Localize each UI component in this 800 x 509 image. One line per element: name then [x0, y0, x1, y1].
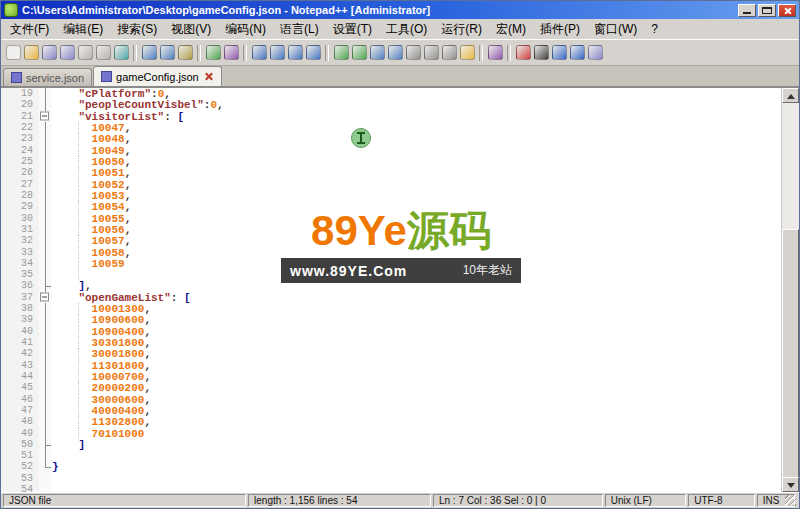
function-list-button[interactable] [422, 43, 440, 62]
code-line-21[interactable]: 21 "visitorList": [ [1, 111, 781, 122]
copy-icon [160, 45, 175, 60]
scroll-down-icon[interactable] [782, 477, 799, 492]
line-number: 35 [1, 269, 39, 280]
menu-search[interactable]: 搜索(S) [110, 19, 164, 40]
menu-window[interactable]: 窗口(W) [587, 19, 644, 40]
record-macro-button[interactable] [514, 43, 532, 62]
menu-view[interactable]: 视图(V) [164, 19, 218, 40]
code-line-25[interactable]: 25 10050, [1, 156, 781, 167]
code-line-39[interactable]: 39 10900600, [1, 314, 781, 325]
code-line-24[interactable]: 24 10049, [1, 145, 781, 156]
fold-collapse-icon[interactable] [39, 292, 52, 303]
code-line-22[interactable]: 22 10047, [1, 122, 781, 133]
menu-file[interactable]: 文件(F) [3, 19, 56, 40]
code-line-50[interactable]: 50 ] [1, 439, 781, 450]
fold-margin [39, 461, 52, 472]
code-line-48[interactable]: 48 11302800, [1, 416, 781, 427]
folder-as-workspace-button[interactable] [458, 43, 476, 62]
show-all-characters-button[interactable] [386, 43, 404, 62]
line-number: 25 [1, 156, 39, 167]
code-text: 10001300, [52, 303, 781, 314]
code-line-54[interactable]: 54 [1, 484, 781, 493]
find-button[interactable] [250, 43, 268, 62]
menu-tools[interactable]: 工具(O) [379, 19, 434, 40]
save-file-button[interactable] [40, 43, 58, 62]
word-wrap-button[interactable] [368, 43, 386, 62]
code-line-43[interactable]: 43 11301800, [1, 360, 781, 371]
vertical-scrollbar[interactable] [781, 88, 799, 492]
code-line-37[interactable]: 37 "openGameList": [ [1, 292, 781, 303]
toolbar-separator [507, 45, 511, 61]
menu-plugins[interactable]: 插件(P) [533, 19, 587, 40]
code-line-45[interactable]: 45 20000200, [1, 382, 781, 393]
code-line-41[interactable]: 41 30301800, [1, 337, 781, 348]
close-file-button[interactable] [76, 43, 94, 62]
code-text: 10050, [52, 156, 781, 167]
line-number: 21 [1, 111, 39, 122]
show-indent-guide-button[interactable] [404, 43, 422, 62]
code-line-20[interactable]: 20 "peopleCountVisbel":0, [1, 99, 781, 110]
menu-language[interactable]: 语言(L) [273, 19, 326, 40]
code-line-44[interactable]: 44 10000700, [1, 371, 781, 382]
paste-button[interactable] [176, 43, 194, 62]
indent-guide [78, 360, 79, 371]
close-tab-icon[interactable] [203, 71, 214, 82]
new-file-button[interactable] [4, 43, 22, 62]
undo-button[interactable] [204, 43, 222, 62]
fold-collapse-icon[interactable] [39, 111, 52, 122]
code-line-40[interactable]: 40 10900400, [1, 326, 781, 337]
code-line-42[interactable]: 42 30001800, [1, 348, 781, 359]
menu-run[interactable]: 运行(R) [434, 19, 489, 40]
stop-recording-button[interactable] [532, 43, 550, 62]
open-file-button[interactable] [22, 43, 40, 62]
sync-horizontal-scroll-icon [352, 45, 367, 60]
code-line-26[interactable]: 26 10051, [1, 167, 781, 178]
code-line-23[interactable]: 23 10048, [1, 133, 781, 144]
copy-button[interactable] [158, 43, 176, 62]
toolbar [1, 40, 799, 66]
code-line-49[interactable]: 49 70101000 [1, 428, 781, 439]
line-number: 22 [1, 122, 39, 133]
document-map-button[interactable] [440, 43, 458, 62]
sync-vertical-scroll-button[interactable] [332, 43, 350, 62]
code-line-52[interactable]: 52} [1, 461, 781, 472]
close-button[interactable] [778, 4, 796, 17]
tab-service-json[interactable]: service.json [3, 68, 92, 86]
redo-button[interactable] [222, 43, 240, 62]
menu-settings[interactable]: 设置(T) [326, 19, 379, 40]
playback-macro-button[interactable] [550, 43, 568, 62]
scrollbar-thumb[interactable] [782, 229, 799, 480]
code-line-28[interactable]: 28 10053, [1, 190, 781, 201]
scroll-up-icon[interactable] [782, 88, 799, 103]
fold-margin [39, 88, 52, 99]
code-text: 30001800, [52, 348, 781, 359]
code-line-53[interactable]: 53 [1, 473, 781, 484]
sync-horizontal-scroll-button[interactable] [350, 43, 368, 62]
zoom-in-button[interactable] [286, 43, 304, 62]
zoom-out-button[interactable] [304, 43, 322, 62]
menu-macro[interactable]: 宏(M) [489, 19, 533, 40]
tab-gameconfig-json[interactable]: gameConfig.json [93, 66, 222, 86]
maximize-button[interactable] [758, 4, 776, 17]
indent-guide [78, 133, 79, 144]
replace-button[interactable] [268, 43, 286, 62]
close-all-button[interactable] [94, 43, 112, 62]
minimize-button[interactable] [738, 4, 756, 17]
save-recorded-macro-button[interactable] [586, 43, 604, 62]
code-line-38[interactable]: 38 10001300, [1, 303, 781, 314]
menu-edit[interactable]: 编辑(E) [56, 19, 110, 40]
code-line-51[interactable]: 51 [1, 450, 781, 461]
monitoring-button[interactable] [486, 43, 504, 62]
code-lines[interactable]: 19 "cPlatform":0,20 "peopleCountVisbel":… [1, 88, 781, 492]
run-macro-multiple-times-button[interactable] [568, 43, 586, 62]
cut-button[interactable] [140, 43, 158, 62]
line-number: 38 [1, 303, 39, 314]
code-line-19[interactable]: 19 "cPlatform":0, [1, 88, 781, 99]
menu-help[interactable]: ? [644, 20, 665, 38]
code-line-27[interactable]: 27 10052, [1, 179, 781, 190]
save-all-button[interactable] [58, 43, 76, 62]
menu-encoding[interactable]: 编码(N) [218, 19, 273, 40]
code-line-47[interactable]: 47 40000400, [1, 405, 781, 416]
code-line-46[interactable]: 46 30000600, [1, 394, 781, 405]
print-button[interactable] [112, 43, 130, 62]
